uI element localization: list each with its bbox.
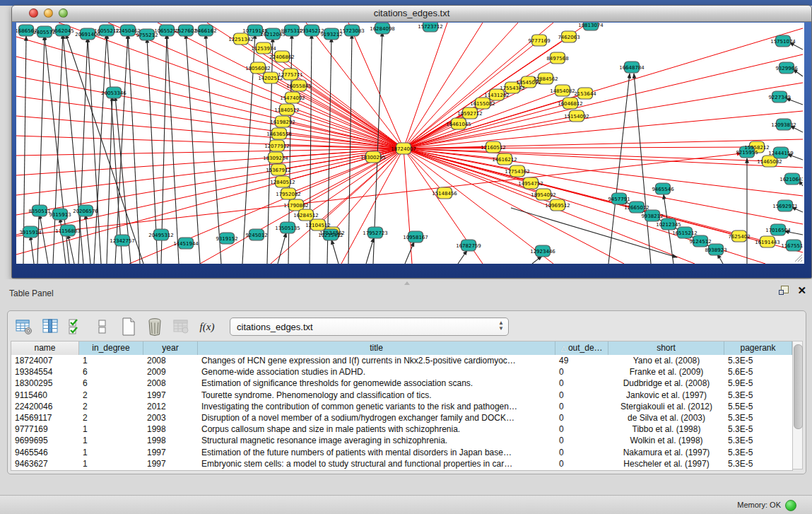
delete-table-button[interactable] xyxy=(146,317,164,336)
table-row[interactable]: 2242004622012Investigating the contribut… xyxy=(11,401,792,412)
window-resize-grip[interactable] xyxy=(794,253,803,262)
scrollbar-thumb[interactable] xyxy=(794,344,803,429)
graph-node-label: 9457791 xyxy=(608,197,630,202)
graph-node-label: 10969512 xyxy=(545,203,570,209)
graph-edge-black[interactable] xyxy=(278,233,286,264)
column-header-short[interactable]: short xyxy=(608,341,724,355)
column-header-name[interactable]: name xyxy=(11,341,79,355)
table-cell: 2008 xyxy=(143,355,198,366)
graph-edge-red[interactable] xyxy=(16,153,741,236)
network-view-window[interactable]: citations_edges.txt 18724007122513421125… xyxy=(11,5,812,279)
graph-node-label: 16055845 xyxy=(286,83,312,89)
table-cell: 1 xyxy=(79,424,143,435)
table-row[interactable]: 977716911998Corpus callosum shape and si… xyxy=(11,424,792,435)
network-canvas[interactable]: 1872400712251342112539742240686218056082… xyxy=(16,23,804,264)
table-cell: 5.6E-5 xyxy=(724,366,792,378)
table-cell: Genome-wide association studies in ADHD. xyxy=(198,366,555,378)
graph-edge-red[interactable] xyxy=(404,54,803,148)
function-builder-button[interactable]: f(x) xyxy=(198,317,216,336)
graph-node-label: 15148456 xyxy=(432,191,457,197)
table-cell: 5.3E-5 xyxy=(724,447,792,458)
graph-node-label: 1527602 xyxy=(175,28,196,34)
graph-node-label: 12104512 xyxy=(305,223,331,228)
graph-edge-red[interactable] xyxy=(16,116,404,148)
deselect-all-button[interactable] xyxy=(93,317,112,336)
table-row[interactable]: 1456911722003Disruption of a novel membe… xyxy=(11,412,792,424)
table-settings-button[interactable] xyxy=(15,317,33,336)
graph-edge-black[interactable] xyxy=(88,37,101,264)
graph-edge-black[interactable] xyxy=(331,240,339,264)
fx-icon: f(x) xyxy=(200,321,215,333)
graph-edge-red[interactable] xyxy=(404,148,803,224)
column-header-out_de[interactable]: △out_de… xyxy=(555,341,608,355)
graph-edge-red[interactable] xyxy=(404,23,483,148)
table-row[interactable]: 946554611997Estimation of the future num… xyxy=(11,447,792,458)
column-header-title[interactable]: title xyxy=(198,341,555,355)
table-cell: 5.3E-5 xyxy=(724,390,792,401)
table-cell: 5.3E-5 xyxy=(724,435,792,446)
new-table-button[interactable] xyxy=(119,317,138,336)
graph-edge-red[interactable] xyxy=(108,23,404,148)
window-titlebar[interactable]: citations_edges.txt xyxy=(12,6,811,22)
column-header-pagerank[interactable]: pagerank xyxy=(724,341,792,355)
graph-node-label: 9777169 xyxy=(528,38,550,44)
float-panel-icon[interactable] xyxy=(779,286,789,296)
trash-icon xyxy=(147,317,163,336)
graph-edge-black[interactable] xyxy=(532,256,542,264)
graph-edge-black[interactable] xyxy=(167,34,179,264)
graph-edge-red[interactable] xyxy=(16,96,404,148)
close-panel-icon[interactable]: ✕ xyxy=(797,286,806,296)
select-all-button[interactable] xyxy=(67,317,86,336)
table-row[interactable]: 969969511998Structural magnetic resonanc… xyxy=(11,435,792,446)
graph-edge-red[interactable] xyxy=(404,103,570,148)
graph-edge-red[interactable] xyxy=(404,148,412,264)
network-graph[interactable]: 1872400712251342112539742240686218056082… xyxy=(16,23,803,264)
graph-edge-red[interactable] xyxy=(16,148,404,156)
table-cell: 0 xyxy=(555,412,608,424)
table-row[interactable]: 1830029562008Estimation of significance … xyxy=(11,378,792,389)
table-cell: 2008 xyxy=(143,378,198,389)
graph-edge-red[interactable] xyxy=(404,23,447,148)
graph-edge-black[interactable] xyxy=(348,34,352,264)
graph-node-label: 15474092 xyxy=(280,95,305,101)
graph-edge-black[interactable] xyxy=(115,34,128,264)
table-panel: Table Panel ✕ xyxy=(0,279,812,495)
graph-node-label: 15154092 xyxy=(564,114,589,119)
graph-edge-black[interactable] xyxy=(128,34,140,264)
column-chooser-button[interactable] xyxy=(41,317,59,336)
graph-edge-black[interactable] xyxy=(366,238,374,264)
table-row[interactable]: 1938455462009Genome-wide association stu… xyxy=(11,366,792,378)
graph-node-label: 12884562 xyxy=(533,76,558,82)
column-header-year[interactable]: year xyxy=(143,341,198,355)
graph-edge-black[interactable] xyxy=(186,34,200,264)
memory-status-indicator[interactable] xyxy=(785,500,796,511)
table-vertical-scrollbar[interactable] xyxy=(792,341,803,469)
graph-edge-black[interactable] xyxy=(608,74,630,264)
table-panel-content: f(x) citations_edges.txt ▲▼ namein_degre… xyxy=(7,310,806,474)
table-selector-dropdown[interactable]: citations_edges.txt ▲▼ xyxy=(230,317,509,336)
split-handle[interactable] xyxy=(404,281,410,285)
table-cell: 2012 xyxy=(143,401,198,412)
graph-node-label: 18954092 xyxy=(531,192,556,198)
table-cell: Nakamura et al. (1997) xyxy=(608,447,724,458)
graph-node-label: 18056082 xyxy=(245,66,271,71)
graph-edge-black[interactable] xyxy=(634,74,651,264)
graph-edge-red[interactable] xyxy=(287,110,404,148)
graph-node-label: 17016504 xyxy=(765,228,791,233)
table-row[interactable]: 1872400712008Changes of HCN gene express… xyxy=(11,355,792,366)
column-header-in_degree[interactable]: in_degree xyxy=(79,341,143,355)
table-row[interactable]: 946362711997Embryonic stem cells: a mode… xyxy=(11,458,792,469)
graph-edge-black[interactable] xyxy=(458,250,467,264)
table-cell: 0 xyxy=(555,435,608,446)
graph-edge-black[interactable] xyxy=(405,242,414,264)
graph-edge-red[interactable] xyxy=(16,57,404,148)
table-row[interactable]: 911546021997Tourette syndrome. Phenomeno… xyxy=(11,390,792,401)
graph-node-label: 12251342 xyxy=(228,37,254,42)
table-cell: 1998 xyxy=(143,435,198,446)
graph-edge-black[interactable] xyxy=(206,34,221,264)
green-checks-icon xyxy=(69,318,84,335)
graph-node-label: 9466162 xyxy=(194,28,216,34)
graph-edge-black[interactable] xyxy=(40,214,48,264)
graph-edge-red[interactable] xyxy=(129,148,404,264)
graph-edge-black[interactable] xyxy=(86,214,90,264)
